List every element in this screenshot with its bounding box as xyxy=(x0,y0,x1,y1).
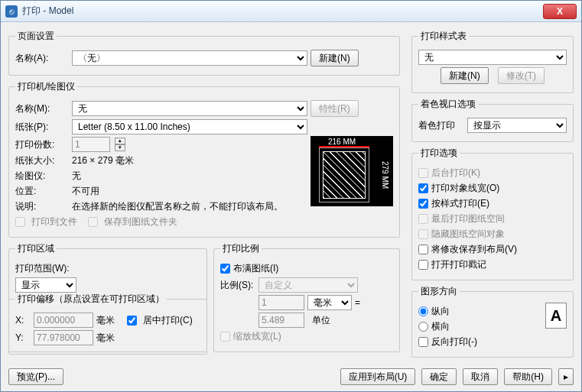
save-to-sheet-checkbox xyxy=(88,217,98,227)
hide-paper-checkbox xyxy=(418,229,428,239)
style-edit-button: 修改(T) xyxy=(498,67,545,84)
offset-legend: 打印偏移（原点设置在可打印区域） xyxy=(15,293,167,306)
offset-group: 打印偏移（原点设置在可打印区域） X: 毫米 居中打印(C) Y: 毫米 xyxy=(8,293,207,355)
ratio-label: 比例(S): xyxy=(220,279,255,292)
print-scale-legend: 打印比例 xyxy=(220,242,262,255)
paper-size-value: 216 × 279 毫米 xyxy=(72,154,134,167)
copies-input xyxy=(72,137,110,152)
hide-paper-label: 隐藏图纸空间对象 xyxy=(431,228,505,241)
printer-name-select[interactable]: 无 xyxy=(72,101,307,116)
titlebar: ⎋ 打印 - Model X xyxy=(1,1,581,22)
range-label: 打印范围(W): xyxy=(15,262,70,275)
ok-button[interactable]: 确定 xyxy=(421,368,457,385)
bg-print-label: 后台打印(K) xyxy=(431,167,480,180)
style-table-group: 打印样式表 无 新建(N) 修改(T) xyxy=(411,30,574,93)
save-to-sheet-label: 保存到图纸文件夹 xyxy=(104,215,177,228)
landscape-radio[interactable] xyxy=(418,322,428,332)
paper-preview: 216 MM 279 MM xyxy=(311,136,393,206)
print-options-legend: 打印选项 xyxy=(418,147,460,160)
shade-select[interactable]: 按显示 xyxy=(467,118,567,133)
scale-lw-label: 缩放线宽(L) xyxy=(233,330,281,343)
preview-height-label: 279 MM xyxy=(381,161,389,189)
scale-num-input xyxy=(258,295,304,310)
paper-label: 纸张(P): xyxy=(15,121,69,134)
paper-last-label: 最后打印图纸空间 xyxy=(431,212,505,225)
scale-unit-select[interactable]: 毫米 xyxy=(307,295,352,310)
desc-label: 说明: xyxy=(15,200,69,213)
print-area-legend: 打印区域 xyxy=(15,242,57,255)
orientation-group: 图形方向 纵向 横向 反向打印(-) A xyxy=(411,285,574,358)
lw-label: 打印对象线宽(O) xyxy=(431,182,499,195)
shade-label: 着色打印 xyxy=(418,119,464,132)
reverse-checkbox[interactable] xyxy=(418,337,428,347)
orientation-icon: A xyxy=(545,303,567,329)
copies-spinner[interactable]: ▴▾ xyxy=(115,138,125,151)
y-label: Y: xyxy=(15,332,31,343)
printer-name-label: 名称(M): xyxy=(15,102,69,115)
scale-den-input xyxy=(258,313,304,328)
footer: 预览(P)... 应用到布局(U) 确定 取消 帮助(H) ▸ xyxy=(8,368,574,385)
portrait-radio[interactable] xyxy=(418,306,428,316)
x-label: X: xyxy=(15,315,31,326)
scale-unit-label: 单位 xyxy=(307,314,352,327)
lw-checkbox[interactable] xyxy=(418,183,428,193)
fit-checkbox[interactable] xyxy=(220,264,230,274)
page-setup-group: 页面设置 名称(A): 〈无〉 新建(N) xyxy=(8,30,400,76)
orientation-legend: 图形方向 xyxy=(418,285,460,298)
center-label: 居中打印(C) xyxy=(143,314,193,327)
preview-width-label: 216 MM xyxy=(328,138,356,146)
style-table-select[interactable]: 无 xyxy=(418,50,567,65)
page-name-label: 名称(A): xyxy=(15,52,69,65)
window-title: 打印 - Model xyxy=(22,5,73,18)
bg-print-checkbox xyxy=(418,168,428,178)
print-to-file-label: 打印到文件 xyxy=(31,215,77,228)
printer-props-button: 特性(R) xyxy=(311,100,359,117)
copies-label: 打印份数: xyxy=(15,138,69,151)
scale-lw-checkbox xyxy=(220,332,230,342)
paper-last-checkbox xyxy=(418,214,428,224)
fit-label: 布满图纸(I) xyxy=(233,262,278,275)
page-new-button[interactable]: 新建(N) xyxy=(311,50,359,66)
stamp-checkbox[interactable] xyxy=(418,260,428,270)
x-input xyxy=(34,313,93,328)
style-new-button[interactable]: 新建(N) xyxy=(441,67,489,84)
style-checkbox[interactable] xyxy=(418,199,428,209)
printer-legend: 打印机/绘图仪 xyxy=(15,80,77,93)
plotter-value: 无 xyxy=(72,170,81,183)
plotter-label: 绘图仪: xyxy=(15,170,69,183)
reverse-label: 反向打印(-) xyxy=(431,335,477,348)
save-layout-label: 将修改保存到布局(V) xyxy=(431,243,517,256)
page-name-select[interactable]: 〈无〉 xyxy=(72,50,307,66)
y-unit: 毫米 xyxy=(96,332,115,345)
cancel-button[interactable]: 取消 xyxy=(463,368,498,385)
style-label: 按样式打印(E) xyxy=(431,197,489,210)
ratio-select: 自定义 xyxy=(258,277,358,293)
print-to-file-checkbox xyxy=(15,217,25,227)
viewport-group: 着色视口选项 着色打印 按显示 xyxy=(411,98,574,142)
paper-size-label: 纸张大小: xyxy=(15,154,69,167)
range-select[interactable]: 显示 xyxy=(15,277,76,293)
y-input xyxy=(34,330,93,345)
stamp-label: 打开打印戳记 xyxy=(431,258,486,271)
style-table-legend: 打印样式表 xyxy=(418,30,469,43)
eq-label: = xyxy=(355,297,360,308)
print-options-group: 打印选项 后台打印(K) 打印对象线宽(O) 按样式打印(E) 最后打印图纸空间… xyxy=(411,147,574,280)
position-label: 位置: xyxy=(15,185,69,198)
landscape-label: 横向 xyxy=(431,320,450,333)
desc-value: 在选择新的绘图仪配置名称之前，不能打印该布局。 xyxy=(72,200,283,213)
paper-select[interactable]: Letter (8.50 x 11.00 Inches) xyxy=(72,119,307,134)
save-layout-checkbox[interactable] xyxy=(418,245,428,254)
viewport-legend: 着色视口选项 xyxy=(418,98,478,111)
close-button[interactable]: X xyxy=(543,4,577,19)
preview-button[interactable]: 预览(P)... xyxy=(8,368,63,385)
center-checkbox[interactable] xyxy=(127,316,137,326)
apply-layout-button[interactable]: 应用到布局(U) xyxy=(340,368,416,385)
position-value: 不可用 xyxy=(72,185,99,198)
help-button[interactable]: 帮助(H) xyxy=(504,368,552,385)
x-unit: 毫米 xyxy=(96,314,115,327)
printer-group: 打印机/绘图仪 名称(M): 无 特性(R) 纸张(P): Letter (8.… xyxy=(8,80,400,238)
portrait-label: 纵向 xyxy=(431,305,450,318)
print-scale-group: 打印比例 布满图纸(I) 比例(S): 自定义 毫米 = 单位 缩放线宽(L) xyxy=(213,242,400,352)
app-icon: ⎋ xyxy=(5,5,18,18)
expand-button[interactable]: ▸ xyxy=(558,368,574,385)
